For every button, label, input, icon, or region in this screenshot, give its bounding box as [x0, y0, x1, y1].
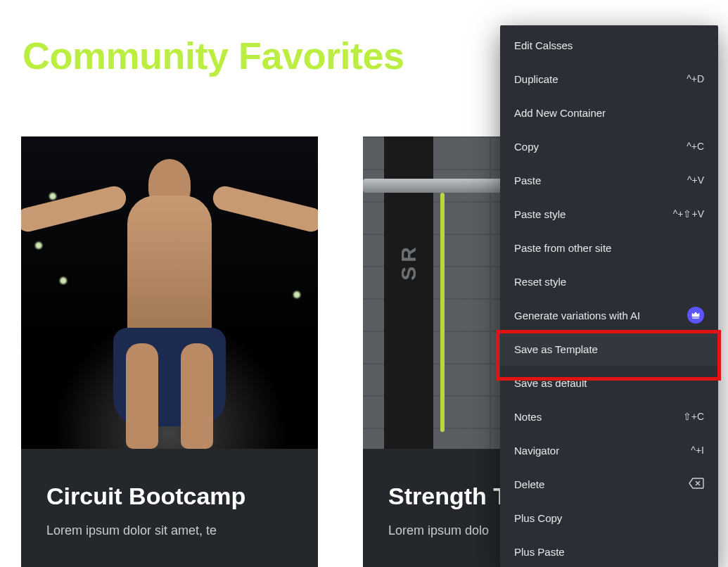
shortcut-label: ^+⇧+V — [673, 208, 704, 219]
context-menu-item-add-new-container[interactable]: Add New Container — [500, 96, 718, 129]
context-menu-item-label: Notes — [514, 411, 542, 423]
crown-badge-icon — [687, 307, 704, 324]
context-menu-item-label: Plus Copy — [514, 512, 562, 524]
context-menu-item-reset-style[interactable]: Reset style — [500, 265, 718, 298]
context-menu-item-generate-variations-with-ai[interactable]: Generate variations with AI — [500, 298, 718, 332]
shortcut-label: ⇧+C — [683, 411, 704, 422]
context-menu-item-duplicate[interactable]: Duplicate^+D — [500, 62, 718, 96]
shortcut-label: ^+D — [687, 73, 704, 84]
card-circuit-bootcamp[interactable]: Circuit Bootcamp Lorem ipsum dolor sit a… — [21, 136, 318, 567]
context-menu-item-plus-paste[interactable]: Plus Paste — [500, 535, 718, 567]
context-menu-item-label: Duplicate — [514, 73, 558, 85]
card-image — [21, 136, 318, 449]
card-body: Circuit Bootcamp Lorem ipsum dolor sit a… — [21, 449, 318, 567]
context-menu-item-label: Generate variations with AI — [514, 310, 640, 321]
context-menu-item-copy[interactable]: Copy^+C — [500, 129, 718, 163]
context-menu-item-label: Plus Paste — [514, 546, 565, 558]
shortcut-label: ^+V — [687, 174, 704, 186]
page-title: Community Favorites — [23, 34, 404, 77]
context-menu-item-label: Add New Container — [514, 107, 606, 119]
backspace-icon — [689, 478, 704, 491]
context-menu-item-label: Delete — [514, 478, 544, 490]
context-menu-item-navigator[interactable]: Navigator^+I — [500, 433, 718, 467]
context-menu-item-paste-from-other-site[interactable]: Paste from other site — [500, 231, 718, 265]
context-menu-item-save-as-default[interactable]: Save as default — [500, 366, 718, 400]
context-menu-item-label: Reset style — [514, 276, 566, 288]
context-menu-item-label: Save as default — [514, 377, 587, 389]
shortcut-label: ^+I — [691, 445, 704, 456]
context-menu-item-label: Paste — [514, 174, 541, 186]
context-menu-item-edit-calsses[interactable]: Edit Calsses — [500, 28, 718, 62]
context-menu-item-label: Edit Calsses — [514, 39, 573, 51]
context-menu-item-paste[interactable]: Paste^+V — [500, 163, 718, 197]
context-menu-item-paste-style[interactable]: Paste style^+⇧+V — [500, 197, 718, 231]
context-menu-item-label: Navigator — [514, 445, 559, 457]
context-menu[interactable]: Edit CalssesDuplicate^+DAdd New Containe… — [500, 25, 718, 567]
card-title: Circuit Bootcamp — [46, 483, 293, 510]
context-menu-item-label: Paste style — [514, 208, 566, 220]
context-menu-item-save-as-template[interactable]: Save as Template — [500, 332, 718, 366]
shortcut-label: ^+C — [687, 141, 704, 152]
context-menu-item-delete[interactable]: Delete — [500, 467, 718, 501]
context-menu-item-label: Save as Template — [514, 343, 598, 355]
context-menu-item-label: Copy — [514, 141, 539, 153]
context-menu-item-label: Paste from other site — [514, 242, 611, 254]
context-menu-item-notes[interactable]: Notes⇧+C — [500, 400, 718, 433]
context-menu-item-plus-copy[interactable]: Plus Copy — [500, 501, 718, 535]
card-description: Lorem ipsum dolor sit amet, te — [46, 521, 293, 540]
